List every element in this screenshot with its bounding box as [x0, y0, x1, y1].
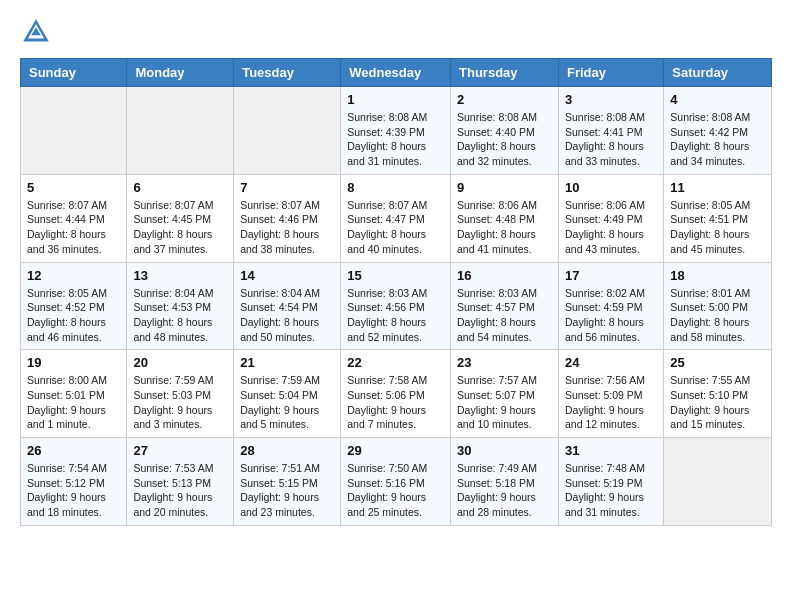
- day-number: 15: [347, 268, 444, 283]
- week-row-4: 19Sunrise: 8:00 AMSunset: 5:01 PMDayligh…: [21, 350, 772, 438]
- day-cell-28: 28Sunrise: 7:51 AMSunset: 5:15 PMDayligh…: [234, 438, 341, 526]
- day-info: Sunrise: 8:04 AMSunset: 4:53 PMDaylight:…: [133, 286, 227, 345]
- day-number: 30: [457, 443, 552, 458]
- day-number: 4: [670, 92, 765, 107]
- weekday-header-sunday: Sunday: [21, 59, 127, 87]
- day-info: Sunrise: 8:05 AMSunset: 4:52 PMDaylight:…: [27, 286, 120, 345]
- week-row-2: 5Sunrise: 8:07 AMSunset: 4:44 PMDaylight…: [21, 174, 772, 262]
- day-info: Sunrise: 7:48 AMSunset: 5:19 PMDaylight:…: [565, 461, 657, 520]
- day-info: Sunrise: 8:02 AMSunset: 4:59 PMDaylight:…: [565, 286, 657, 345]
- day-info: Sunrise: 7:56 AMSunset: 5:09 PMDaylight:…: [565, 373, 657, 432]
- logo: [20, 16, 56, 48]
- day-info: Sunrise: 7:53 AMSunset: 5:13 PMDaylight:…: [133, 461, 227, 520]
- day-info: Sunrise: 7:54 AMSunset: 5:12 PMDaylight:…: [27, 461, 120, 520]
- empty-cell: [234, 87, 341, 175]
- day-info: Sunrise: 7:55 AMSunset: 5:10 PMDaylight:…: [670, 373, 765, 432]
- weekday-header-row: SundayMondayTuesdayWednesdayThursdayFrid…: [21, 59, 772, 87]
- day-cell-11: 11Sunrise: 8:05 AMSunset: 4:51 PMDayligh…: [664, 174, 772, 262]
- day-number: 27: [133, 443, 227, 458]
- weekday-header-friday: Friday: [558, 59, 663, 87]
- day-info: Sunrise: 8:08 AMSunset: 4:41 PMDaylight:…: [565, 110, 657, 169]
- day-number: 11: [670, 180, 765, 195]
- empty-cell: [21, 87, 127, 175]
- day-info: Sunrise: 8:06 AMSunset: 4:48 PMDaylight:…: [457, 198, 552, 257]
- day-cell-4: 4Sunrise: 8:08 AMSunset: 4:42 PMDaylight…: [664, 87, 772, 175]
- day-number: 9: [457, 180, 552, 195]
- day-info: Sunrise: 7:59 AMSunset: 5:04 PMDaylight:…: [240, 373, 334, 432]
- day-cell-21: 21Sunrise: 7:59 AMSunset: 5:04 PMDayligh…: [234, 350, 341, 438]
- day-cell-24: 24Sunrise: 7:56 AMSunset: 5:09 PMDayligh…: [558, 350, 663, 438]
- logo-icon: [20, 16, 52, 48]
- day-info: Sunrise: 8:00 AMSunset: 5:01 PMDaylight:…: [27, 373, 120, 432]
- day-number: 23: [457, 355, 552, 370]
- day-number: 31: [565, 443, 657, 458]
- day-info: Sunrise: 8:03 AMSunset: 4:56 PMDaylight:…: [347, 286, 444, 345]
- day-cell-1: 1Sunrise: 8:08 AMSunset: 4:39 PMDaylight…: [341, 87, 451, 175]
- day-number: 7: [240, 180, 334, 195]
- day-number: 25: [670, 355, 765, 370]
- day-cell-5: 5Sunrise: 8:07 AMSunset: 4:44 PMDaylight…: [21, 174, 127, 262]
- page: SundayMondayTuesdayWednesdayThursdayFrid…: [0, 0, 792, 542]
- day-cell-10: 10Sunrise: 8:06 AMSunset: 4:49 PMDayligh…: [558, 174, 663, 262]
- day-number: 26: [27, 443, 120, 458]
- day-cell-29: 29Sunrise: 7:50 AMSunset: 5:16 PMDayligh…: [341, 438, 451, 526]
- day-number: 3: [565, 92, 657, 107]
- day-number: 20: [133, 355, 227, 370]
- day-info: Sunrise: 8:03 AMSunset: 4:57 PMDaylight:…: [457, 286, 552, 345]
- day-cell-14: 14Sunrise: 8:04 AMSunset: 4:54 PMDayligh…: [234, 262, 341, 350]
- day-number: 16: [457, 268, 552, 283]
- day-cell-20: 20Sunrise: 7:59 AMSunset: 5:03 PMDayligh…: [127, 350, 234, 438]
- day-cell-25: 25Sunrise: 7:55 AMSunset: 5:10 PMDayligh…: [664, 350, 772, 438]
- calendar: SundayMondayTuesdayWednesdayThursdayFrid…: [20, 58, 772, 526]
- day-number: 13: [133, 268, 227, 283]
- day-number: 14: [240, 268, 334, 283]
- day-info: Sunrise: 8:07 AMSunset: 4:44 PMDaylight:…: [27, 198, 120, 257]
- day-cell-30: 30Sunrise: 7:49 AMSunset: 5:18 PMDayligh…: [451, 438, 559, 526]
- day-number: 8: [347, 180, 444, 195]
- weekday-header-monday: Monday: [127, 59, 234, 87]
- day-info: Sunrise: 8:08 AMSunset: 4:40 PMDaylight:…: [457, 110, 552, 169]
- day-info: Sunrise: 8:07 AMSunset: 4:47 PMDaylight:…: [347, 198, 444, 257]
- day-cell-19: 19Sunrise: 8:00 AMSunset: 5:01 PMDayligh…: [21, 350, 127, 438]
- day-info: Sunrise: 7:51 AMSunset: 5:15 PMDaylight:…: [240, 461, 334, 520]
- day-number: 5: [27, 180, 120, 195]
- day-info: Sunrise: 7:57 AMSunset: 5:07 PMDaylight:…: [457, 373, 552, 432]
- day-number: 28: [240, 443, 334, 458]
- empty-cell: [664, 438, 772, 526]
- day-cell-7: 7Sunrise: 8:07 AMSunset: 4:46 PMDaylight…: [234, 174, 341, 262]
- day-info: Sunrise: 7:50 AMSunset: 5:16 PMDaylight:…: [347, 461, 444, 520]
- weekday-header-tuesday: Tuesday: [234, 59, 341, 87]
- day-number: 29: [347, 443, 444, 458]
- weekday-header-thursday: Thursday: [451, 59, 559, 87]
- day-info: Sunrise: 7:59 AMSunset: 5:03 PMDaylight:…: [133, 373, 227, 432]
- day-number: 24: [565, 355, 657, 370]
- day-cell-6: 6Sunrise: 8:07 AMSunset: 4:45 PMDaylight…: [127, 174, 234, 262]
- day-info: Sunrise: 8:01 AMSunset: 5:00 PMDaylight:…: [670, 286, 765, 345]
- day-cell-8: 8Sunrise: 8:07 AMSunset: 4:47 PMDaylight…: [341, 174, 451, 262]
- week-row-1: 1Sunrise: 8:08 AMSunset: 4:39 PMDaylight…: [21, 87, 772, 175]
- day-info: Sunrise: 8:05 AMSunset: 4:51 PMDaylight:…: [670, 198, 765, 257]
- day-info: Sunrise: 8:07 AMSunset: 4:46 PMDaylight:…: [240, 198, 334, 257]
- weekday-header-wednesday: Wednesday: [341, 59, 451, 87]
- day-number: 22: [347, 355, 444, 370]
- day-info: Sunrise: 8:06 AMSunset: 4:49 PMDaylight:…: [565, 198, 657, 257]
- day-number: 21: [240, 355, 334, 370]
- day-cell-22: 22Sunrise: 7:58 AMSunset: 5:06 PMDayligh…: [341, 350, 451, 438]
- day-cell-15: 15Sunrise: 8:03 AMSunset: 4:56 PMDayligh…: [341, 262, 451, 350]
- weekday-header-saturday: Saturday: [664, 59, 772, 87]
- day-number: 6: [133, 180, 227, 195]
- day-number: 1: [347, 92, 444, 107]
- day-info: Sunrise: 8:08 AMSunset: 4:42 PMDaylight:…: [670, 110, 765, 169]
- day-info: Sunrise: 7:49 AMSunset: 5:18 PMDaylight:…: [457, 461, 552, 520]
- day-info: Sunrise: 8:04 AMSunset: 4:54 PMDaylight:…: [240, 286, 334, 345]
- day-number: 12: [27, 268, 120, 283]
- day-cell-16: 16Sunrise: 8:03 AMSunset: 4:57 PMDayligh…: [451, 262, 559, 350]
- day-cell-2: 2Sunrise: 8:08 AMSunset: 4:40 PMDaylight…: [451, 87, 559, 175]
- day-cell-23: 23Sunrise: 7:57 AMSunset: 5:07 PMDayligh…: [451, 350, 559, 438]
- day-number: 18: [670, 268, 765, 283]
- header: [20, 16, 772, 48]
- day-number: 17: [565, 268, 657, 283]
- day-cell-13: 13Sunrise: 8:04 AMSunset: 4:53 PMDayligh…: [127, 262, 234, 350]
- day-info: Sunrise: 8:08 AMSunset: 4:39 PMDaylight:…: [347, 110, 444, 169]
- day-number: 10: [565, 180, 657, 195]
